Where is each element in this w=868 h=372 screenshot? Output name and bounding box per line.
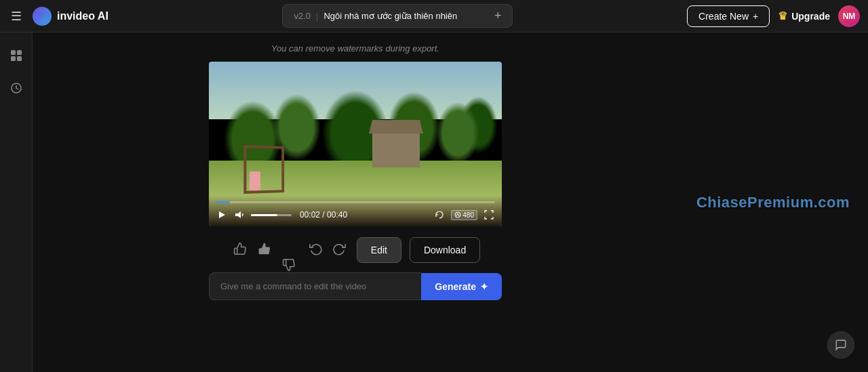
controls-row: 00:02 / 00:40 480 <box>216 209 495 221</box>
time-display: 00:02 / 00:40 <box>300 210 347 220</box>
svg-rect-4 <box>17 56 22 61</box>
sidebar <box>0 33 33 372</box>
edit-button[interactable]: Edit <box>357 237 401 263</box>
crown-icon: ♛ <box>778 9 787 22</box>
progress-fill <box>216 201 230 203</box>
sidebar-grid-icon[interactable] <box>4 43 28 68</box>
chat-bubble-button[interactable] <box>827 331 854 358</box>
sidebar-history-icon[interactable] <box>4 76 28 100</box>
menu-icon[interactable]: ☰ <box>8 6 24 26</box>
undo-button[interactable] <box>307 239 326 261</box>
tab-divider: | <box>316 11 318 21</box>
scene-house-roof <box>369 120 423 133</box>
thumbs-up-filled-button[interactable] <box>255 239 274 262</box>
upgrade-label: Upgrade <box>791 11 830 22</box>
create-new-button[interactable]: Create New + <box>687 5 770 27</box>
command-input[interactable] <box>209 272 421 300</box>
thumbs-up-outline-button[interactable] <box>231 239 250 262</box>
generate-label: Generate <box>435 281 476 292</box>
loop-button[interactable] <box>433 209 446 221</box>
fullscreen-button[interactable] <box>483 209 495 221</box>
main-content: You can remove watermarks during export. <box>33 33 678 372</box>
quality-badge[interactable]: 480 <box>451 210 477 220</box>
download-button[interactable]: Download <box>410 237 480 263</box>
quality-label: 480 <box>462 211 474 219</box>
logo-icon <box>33 7 52 26</box>
volume-button[interactable] <box>233 209 245 221</box>
svg-rect-3 <box>11 56 16 61</box>
upgrade-button[interactable]: ♛ Upgrade <box>778 9 830 22</box>
nav-actions: Create New + ♛ Upgrade NM <box>687 5 860 27</box>
volume-slider[interactable] <box>251 214 292 216</box>
app-logo[interactable]: invideo AI <box>33 7 108 26</box>
project-title: Ngôi nhà mơ ước giữa thiên nhiên <box>323 11 489 21</box>
svg-rect-2 <box>17 50 22 55</box>
video-controls: 00:02 / 00:40 480 <box>209 196 502 226</box>
thumbs-down-button[interactable] <box>279 239 298 262</box>
redo-button[interactable] <box>330 239 349 261</box>
logo-text: invideo AI <box>57 10 108 22</box>
right-panel: ChiasePremium.com <box>678 33 868 372</box>
navbar: ☰ invideo AI v2.0 | Ngôi nhà mơ ước giữa… <box>0 0 868 33</box>
generate-star-icon: ✦ <box>480 281 488 292</box>
svg-rect-1 <box>11 50 16 55</box>
generate-button[interactable]: Generate ✦ <box>421 273 502 300</box>
tab-version: v2.0 <box>294 11 311 21</box>
watermark-notice: You can remove watermarks during export. <box>271 43 439 54</box>
add-tab-icon[interactable]: + <box>494 9 502 23</box>
user-avatar[interactable]: NM <box>838 5 860 27</box>
svg-marker-7 <box>235 211 241 218</box>
main-layout: You can remove watermarks during export. <box>0 33 868 372</box>
reaction-group <box>231 239 298 262</box>
nav-center: v2.0 | Ngôi nhà mơ ước giữa thiên nhiên … <box>117 4 679 28</box>
undo-redo-group <box>307 239 349 261</box>
project-tab[interactable]: v2.0 | Ngôi nhà mơ ước giữa thiên nhiên … <box>282 4 513 28</box>
action-row: Edit Download <box>231 237 480 263</box>
scene-house <box>372 133 420 167</box>
command-area: Generate ✦ <box>209 272 502 300</box>
video-player: 00:02 / 00:40 480 <box>209 62 502 226</box>
svg-marker-6 <box>219 211 225 218</box>
brand-watermark: ChiasePremium.com <box>696 194 850 211</box>
progress-bar[interactable] <box>216 201 495 203</box>
play-button[interactable] <box>216 209 228 221</box>
volume-fill <box>251 214 277 216</box>
svg-point-0 <box>37 12 47 21</box>
scene-person <box>250 171 260 190</box>
